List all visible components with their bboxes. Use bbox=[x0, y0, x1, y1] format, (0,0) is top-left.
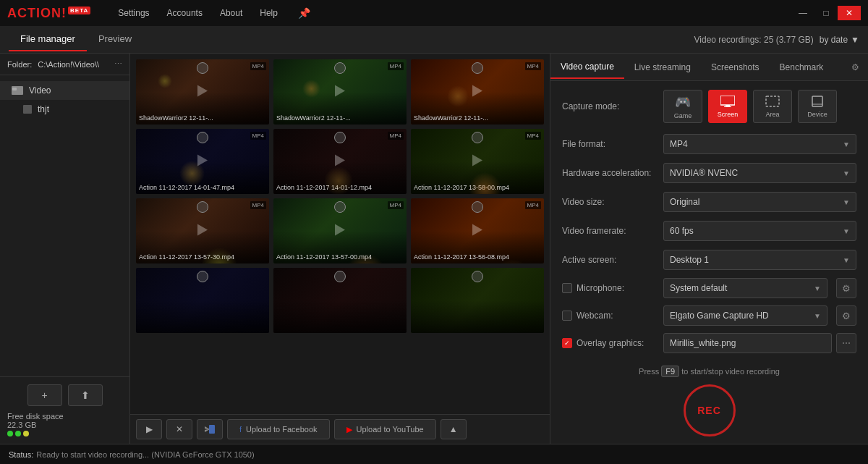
video-thumb-9[interactable] bbox=[136, 268, 269, 333]
circle-btn-4[interactable] bbox=[334, 132, 346, 143]
overlay-checkbox[interactable]: ✓ bbox=[562, 338, 572, 348]
screen-mode-icon bbox=[720, 96, 735, 109]
video-size-dropdown[interactable]: Original ▼ bbox=[663, 192, 856, 212]
mp4-badge-1: MP4 bbox=[388, 62, 404, 70]
video-thumb-7[interactable]: MP4 Action 11-12-2017 13-57-00.mp4 bbox=[273, 198, 407, 263]
circle-btn-1[interactable] bbox=[334, 62, 346, 74]
status-message: Ready to start video recording... (NVIDI… bbox=[36, 450, 254, 459]
hotkey-press-label: Press bbox=[639, 367, 659, 376]
thumb-label-2: ShadowWarrior2 12-11-... bbox=[414, 114, 541, 122]
microphone-settings-gear-icon[interactable]: ⚙ bbox=[836, 278, 856, 298]
overlay-more-icon[interactable]: ⋯ bbox=[836, 333, 856, 353]
minimize-button[interactable]: — bbox=[791, 6, 814, 20]
video-thumb-4[interactable]: MP4 Action 11-12-2017 14-01-12.mp4 bbox=[273, 129, 407, 194]
app-logo: ACTION!BETA bbox=[7, 6, 90, 21]
play-button[interactable]: ▶ bbox=[136, 419, 162, 439]
microphone-check-label: Microphone: bbox=[562, 283, 663, 293]
hw-accel-value: NVIDIA® NVENC bbox=[670, 168, 738, 178]
tab-video-capture[interactable]: Video capture bbox=[550, 56, 624, 79]
mp4-badge-2: MP4 bbox=[525, 62, 541, 70]
upload-button[interactable]: ⬆ bbox=[68, 384, 103, 406]
framerate-dropdown[interactable]: 60 fps ▼ bbox=[663, 221, 856, 241]
video-thumb-10[interactable] bbox=[273, 268, 407, 333]
nav-about[interactable]: About bbox=[220, 8, 242, 18]
panel-settings-gear-icon[interactable]: ⚙ bbox=[843, 62, 868, 72]
tabbar: File manager Preview Video recordings: 2… bbox=[0, 26, 868, 54]
upload-youtube-button[interactable]: ▶ Upload to YouTube bbox=[334, 419, 436, 439]
delete-button[interactable]: ✕ bbox=[166, 419, 192, 439]
recordings-count: Video recordings: 25 (3.77 GB) bbox=[694, 35, 814, 45]
rec-button[interactable]: REC bbox=[684, 384, 736, 436]
nav-help[interactable]: Help bbox=[260, 8, 278, 18]
circle-btn-7[interactable] bbox=[334, 201, 346, 213]
webcam-row: Webcam: Elgato Game Capture HD ▼ ⚙ bbox=[562, 305, 856, 326]
tab-file-manager[interactable]: File manager bbox=[9, 28, 87, 51]
video-size-label: Video size: bbox=[562, 197, 663, 207]
webcam-dropdown[interactable]: Elgato Game Capture HD ▼ bbox=[663, 305, 827, 326]
folder-item-thjt[interactable]: thjt bbox=[0, 100, 129, 119]
capture-mode-device[interactable]: Device bbox=[798, 90, 837, 123]
sidebar-footer: + ⬆ Free disk space 22.3 GB bbox=[0, 376, 129, 444]
overlay-control: Mirillis_white.png ⋯ bbox=[663, 333, 856, 353]
play-icon-6 bbox=[197, 224, 208, 235]
mp4-badge-5: MP4 bbox=[525, 132, 541, 140]
share-button[interactable] bbox=[197, 419, 223, 439]
hw-accel-label: Hardware acceleration: bbox=[562, 168, 663, 178]
circle-btn-5[interactable] bbox=[472, 132, 483, 143]
svg-rect-3 bbox=[720, 96, 735, 105]
thumb-label-4: Action 11-12-2017 14-01-12.mp4 bbox=[276, 184, 404, 191]
webcam-checkbox[interactable] bbox=[562, 311, 572, 321]
microphone-dropdown[interactable]: System default ▼ bbox=[663, 278, 827, 298]
nav-menu: Settings Accounts About Help bbox=[118, 8, 278, 18]
video-thumb-0[interactable]: MP4 ShadowWarrior2 12-11-... bbox=[136, 59, 269, 125]
video-grid: MP4 ShadowWarrior2 12-11-... MP4 ShadowW… bbox=[136, 59, 544, 333]
circle-btn-9[interactable] bbox=[197, 271, 208, 282]
video-thumb-3[interactable]: MP4 Action 11-12-2017 14-01-47.mp4 bbox=[136, 129, 269, 194]
hotkey-key: F9 bbox=[661, 366, 679, 377]
circle-btn-3[interactable] bbox=[197, 132, 208, 143]
circle-btn-11[interactable] bbox=[472, 271, 483, 282]
folder-item-video[interactable]: Video bbox=[0, 81, 129, 100]
file-format-dropdown[interactable]: MP4 ▼ bbox=[663, 134, 856, 154]
sort-button[interactable]: by date ▼ bbox=[820, 35, 859, 45]
svg-rect-6 bbox=[766, 96, 779, 106]
nav-settings[interactable]: Settings bbox=[118, 8, 149, 18]
capture-mode-area[interactable]: Area bbox=[753, 90, 792, 123]
video-thumb-2[interactable]: MP4 ShadowWarrior2 12-11-... bbox=[411, 59, 544, 125]
nav-accounts[interactable]: Accounts bbox=[167, 8, 203, 18]
video-thumb-8[interactable]: MP4 Action 11-12-2017 13-56-08.mp4 bbox=[411, 198, 544, 263]
circle-btn-6[interactable] bbox=[197, 201, 208, 213]
thumb-label-3: Action 11-12-2017 14-01-47.mp4 bbox=[139, 184, 266, 191]
svg-rect-1 bbox=[12, 88, 17, 90]
video-thumb-5[interactable]: MP4 Action 11-12-2017 13-58-00.mp4 bbox=[411, 129, 544, 194]
video-thumb-1[interactable]: MP4 ShadowWarrior2 12-11-... bbox=[273, 59, 407, 125]
circle-btn-2[interactable] bbox=[472, 62, 483, 74]
close-button[interactable]: ✕ bbox=[838, 6, 861, 20]
circle-btn-0[interactable] bbox=[197, 62, 208, 74]
folder-icon bbox=[12, 86, 23, 95]
circle-btn-8[interactable] bbox=[472, 201, 483, 213]
video-thumb-6[interactable]: MP4 Action 11-12-2017 13-57-30.mp4 bbox=[136, 198, 269, 263]
upload-facebook-button[interactable]: f Upload to Facebook bbox=[227, 419, 330, 439]
maximize-button[interactable]: □ bbox=[814, 6, 838, 20]
active-screen-dropdown[interactable]: Desktop 1 ▼ bbox=[663, 250, 856, 270]
microphone-checkbox[interactable] bbox=[562, 283, 572, 293]
game-mode-label: Game bbox=[674, 112, 692, 119]
video-size-row: Video size: Original ▼ bbox=[562, 191, 856, 213]
video-thumb-11[interactable] bbox=[411, 268, 544, 333]
webcam-settings-gear-icon[interactable]: ⚙ bbox=[836, 305, 856, 326]
pin-icon[interactable]: 📌 bbox=[298, 7, 310, 19]
tab-screenshots[interactable]: Screenshots bbox=[701, 56, 770, 78]
circle-btn-10[interactable] bbox=[334, 271, 346, 282]
hw-accel-dropdown[interactable]: NVIDIA® NVENC ▼ bbox=[663, 163, 856, 183]
add-folder-button[interactable]: + bbox=[27, 384, 62, 406]
capture-mode-game[interactable]: 🎮 Game bbox=[663, 90, 702, 123]
microphone-row: Microphone: System default ▼ ⚙ bbox=[562, 278, 856, 298]
titlebar: ACTION!BETA Settings Accounts About Help… bbox=[0, 0, 868, 26]
export-button[interactable]: ▲ bbox=[441, 419, 467, 439]
tab-preview[interactable]: Preview bbox=[87, 28, 143, 51]
tab-benchmark[interactable]: Benchmark bbox=[770, 56, 834, 78]
folder-options-icon[interactable]: ⋯ bbox=[114, 59, 122, 69]
tab-live-streaming[interactable]: Live streaming bbox=[624, 56, 701, 78]
capture-mode-screen[interactable]: Screen bbox=[708, 90, 747, 123]
